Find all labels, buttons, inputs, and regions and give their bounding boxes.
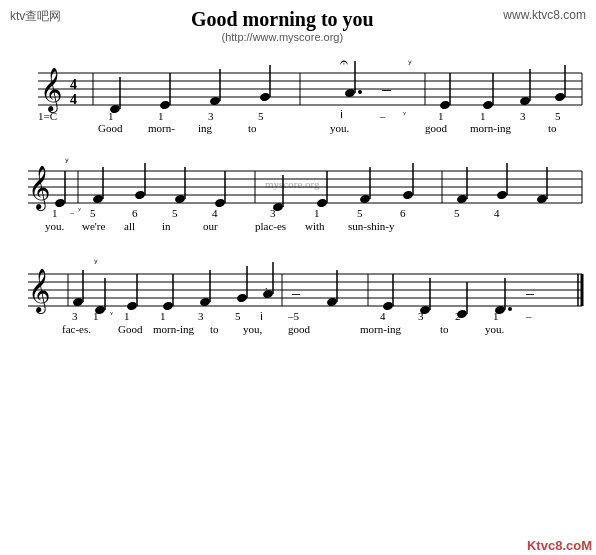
svg-text:𝄞: 𝄞 <box>40 67 62 114</box>
svg-text:fac-es.: fac-es. <box>62 323 91 335</box>
svg-text:with: with <box>305 220 325 232</box>
svg-text:morn-ing: morn-ing <box>360 323 401 335</box>
svg-text:sun-shin-y: sun-shin-y <box>348 220 395 232</box>
svg-text:to: to <box>548 122 557 134</box>
svg-text:you,: you, <box>243 323 263 335</box>
svg-text:4: 4 <box>494 207 500 219</box>
svg-text:–: – <box>69 208 75 217</box>
svg-text:3: 3 <box>198 310 204 322</box>
svg-text:𝄞: 𝄞 <box>28 165 50 212</box>
title-block: Good morning to you (http://www.myscore.… <box>61 8 503 43</box>
svg-text:i̇: i̇ <box>260 310 263 322</box>
svg-text:in: in <box>162 220 171 232</box>
svg-text:5: 5 <box>258 110 264 122</box>
svg-point-80 <box>402 190 414 200</box>
svg-point-11 <box>159 100 171 110</box>
song-title: Good morning to you <box>61 8 503 31</box>
page: ktv查吧网 Good morning to you (http://www.m… <box>0 0 596 555</box>
svg-text:morn-ing: morn-ing <box>153 323 194 335</box>
svg-text:–: – <box>381 79 392 99</box>
svg-text:to: to <box>440 323 449 335</box>
subtitle: (http://www.myscore.org) <box>61 31 503 43</box>
staff-section-1: 𝄞 4 4 𝄐 <box>10 45 586 135</box>
svg-text:plac-es: plac-es <box>255 220 286 232</box>
svg-text:ʸ: ʸ <box>408 58 412 69</box>
svg-point-25 <box>439 100 451 110</box>
svg-point-85 <box>496 190 508 200</box>
svg-text:1: 1 <box>314 207 320 219</box>
svg-text:all: all <box>124 220 135 232</box>
svg-text:1: 1 <box>158 110 164 122</box>
svg-text:𝄞: 𝄞 <box>28 268 50 315</box>
svg-text:ʸ: ʸ <box>65 156 69 167</box>
staff-svg-1: 𝄞 4 4 𝄐 <box>10 45 586 135</box>
site-right-label: www.ktvc8.com <box>503 8 586 22</box>
svg-text:4: 4 <box>70 92 77 107</box>
staff-svg-2: 𝄞 ʸ myscore.org <box>10 143 586 238</box>
svg-text:you.: you. <box>485 323 505 335</box>
staff-section-3: 𝄞 ʸ · <box>10 246 586 346</box>
svg-text:5: 5 <box>172 207 178 219</box>
svg-text:i̇: i̇ <box>340 108 343 120</box>
svg-text:ʸ: ʸ <box>94 257 98 268</box>
bottom-watermark: Ktvc8.coM <box>527 538 592 553</box>
svg-text:1: 1 <box>438 110 444 122</box>
svg-text:2: 2 <box>455 310 461 322</box>
svg-text:1: 1 <box>108 110 114 122</box>
svg-text:ʸ: ʸ <box>78 206 81 215</box>
site-left-label: ktv查吧网 <box>10 8 61 25</box>
svg-text:good: good <box>288 323 311 335</box>
svg-text:we're: we're <box>82 220 105 232</box>
svg-text:to: to <box>210 323 219 335</box>
svg-text:6: 6 <box>132 207 138 219</box>
svg-text:𝄐: 𝄐 <box>340 55 348 70</box>
svg-point-31 <box>554 92 566 102</box>
staff-section-2: 𝄞 ʸ myscore.org <box>10 143 586 238</box>
svg-text:–5: –5 <box>287 310 300 322</box>
svg-text:4: 4 <box>380 310 386 322</box>
svg-text:1: 1 <box>124 310 130 322</box>
svg-text:3: 3 <box>520 110 526 122</box>
staff-svg-3: 𝄞 ʸ · <box>10 246 586 346</box>
svg-text:4: 4 <box>70 77 77 92</box>
svg-point-66 <box>134 190 146 200</box>
svg-text:Good: Good <box>98 122 123 134</box>
svg-point-129 <box>236 293 248 303</box>
svg-text:6: 6 <box>400 207 406 219</box>
svg-text:ʸ: ʸ <box>403 110 406 119</box>
svg-text:myscore.org: myscore.org <box>265 178 320 190</box>
svg-text:1=C: 1=C <box>38 110 57 122</box>
svg-text:3: 3 <box>72 310 78 322</box>
svg-text:1: 1 <box>493 310 499 322</box>
svg-text:–: – <box>379 110 386 122</box>
svg-text:3: 3 <box>270 207 276 219</box>
svg-text:1: 1 <box>93 310 99 322</box>
svg-text:–: – <box>291 284 301 301</box>
svg-text:1: 1 <box>160 310 166 322</box>
svg-point-147 <box>508 307 512 311</box>
svg-text:5: 5 <box>90 207 96 219</box>
svg-text:–: – <box>525 284 535 301</box>
svg-text:1: 1 <box>52 207 58 219</box>
svg-text:–: – <box>525 310 532 322</box>
svg-text:1: 1 <box>480 110 486 122</box>
svg-text:to: to <box>248 122 257 134</box>
svg-text:good: good <box>425 122 448 134</box>
svg-text:4: 4 <box>212 207 218 219</box>
svg-text:3: 3 <box>418 310 424 322</box>
svg-text:5: 5 <box>357 207 363 219</box>
svg-point-15 <box>259 92 271 102</box>
svg-text:you.: you. <box>45 220 65 232</box>
svg-text:Good: Good <box>118 323 143 335</box>
svg-text:3: 3 <box>208 110 214 122</box>
svg-text:5: 5 <box>454 207 460 219</box>
svg-point-27 <box>482 100 494 110</box>
svg-text:ing: ing <box>198 122 213 134</box>
svg-point-21 <box>358 90 362 94</box>
svg-text:morn-: morn- <box>148 122 175 134</box>
svg-text:morn-ing: morn-ing <box>470 122 511 134</box>
svg-text:you.: you. <box>330 122 350 134</box>
svg-text:ʸ: ʸ <box>110 310 113 319</box>
svg-text:5: 5 <box>235 310 241 322</box>
svg-text:5: 5 <box>555 110 561 122</box>
